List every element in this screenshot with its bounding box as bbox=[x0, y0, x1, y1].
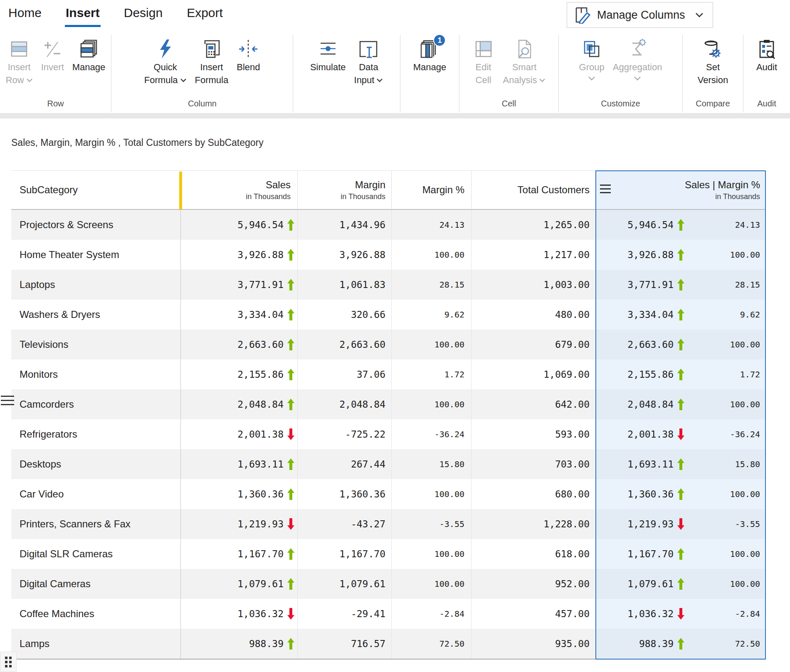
cell-sales-margin-pct-selected[interactable]: 2,001.38-36.24 bbox=[595, 419, 766, 449]
cell-total-customers[interactable]: 457.00 bbox=[472, 599, 595, 629]
tab-insert[interactable]: Insert bbox=[65, 3, 101, 27]
cell-subcategory[interactable]: Coffee Machines bbox=[11, 599, 181, 629]
cell-sales-margin-pct-selected[interactable]: 3,926.88100.00 bbox=[595, 240, 766, 270]
cell-total-customers[interactable]: 1,265.00 bbox=[472, 210, 595, 240]
cell-sales[interactable]: 2,663.60 bbox=[181, 330, 298, 359]
cell-margin-pct[interactable]: 100.00 bbox=[392, 479, 472, 509]
cell-subcategory[interactable]: Home Theater System bbox=[11, 240, 181, 270]
tab-home[interactable]: Home bbox=[7, 3, 42, 27]
set-version-button[interactable]: Set Version bbox=[694, 36, 732, 88]
cell-sales[interactable]: 1,079.61 bbox=[181, 569, 298, 599]
cell-sales[interactable]: 5,946.54 bbox=[181, 210, 298, 240]
column-header-subcategory[interactable]: SubCategory bbox=[11, 171, 181, 209]
cell-sales-margin-pct-selected[interactable]: 988.3972.50 bbox=[595, 629, 766, 659]
cell-total-customers[interactable]: 480.00 bbox=[472, 300, 595, 330]
cell-sales[interactable]: 988.39 bbox=[181, 629, 298, 659]
cell-margin[interactable]: 1,434.96 bbox=[298, 210, 392, 240]
cell-margin-pct[interactable]: 100.00 bbox=[392, 389, 472, 419]
cell-subcategory[interactable]: Camcorders bbox=[11, 389, 181, 419]
cell-margin[interactable]: 2,048.84 bbox=[298, 389, 392, 419]
cell-margin[interactable]: 3,926.88 bbox=[298, 240, 392, 270]
cell-margin-pct[interactable]: -2.84 bbox=[392, 599, 472, 629]
cell-sales-margin-pct-selected[interactable]: 2,155.861.72 bbox=[595, 359, 766, 389]
cell-total-customers[interactable]: 618.00 bbox=[472, 539, 595, 569]
cell-total-customers[interactable]: 593.00 bbox=[472, 419, 595, 449]
cell-subcategory[interactable]: Washers & Dryers bbox=[11, 300, 181, 330]
cell-margin[interactable]: -725.22 bbox=[298, 419, 392, 449]
cell-margin[interactable]: 267.44 bbox=[298, 449, 392, 479]
data-input-button[interactable]: Data Input bbox=[350, 36, 388, 88]
cell-margin[interactable]: -29.41 bbox=[298, 599, 392, 629]
row-menu-icon[interactable] bbox=[1, 396, 14, 405]
cell-margin-pct[interactable]: 100.00 bbox=[392, 539, 472, 569]
manage-columns-badged-button[interactable]: 1 Manage bbox=[409, 36, 451, 75]
cell-sales[interactable]: 1,167.70 bbox=[181, 539, 298, 569]
cell-margin-pct[interactable]: 100.00 bbox=[392, 569, 472, 599]
cell-sales-margin-pct-selected[interactable]: 1,036.32-2.84 bbox=[595, 599, 766, 629]
cell-total-customers[interactable]: 1,217.00 bbox=[472, 240, 595, 270]
cell-total-customers[interactable]: 1,003.00 bbox=[472, 270, 595, 300]
cell-sales[interactable]: 3,771.91 bbox=[181, 270, 298, 300]
cell-sales-margin-pct-selected[interactable]: 3,771.9128.15 bbox=[595, 270, 766, 300]
column-header-sales-margin-pct-selected[interactable]: Sales | Margin % in Thousands bbox=[595, 171, 766, 209]
cell-sales[interactable]: 1,360.36 bbox=[181, 479, 298, 509]
cell-total-customers[interactable]: 703.00 bbox=[472, 449, 595, 479]
cell-sales[interactable]: 1,036.32 bbox=[181, 599, 298, 629]
cell-subcategory[interactable]: Desktops bbox=[11, 449, 181, 479]
cell-margin[interactable]: -43.27 bbox=[298, 509, 392, 539]
cell-total-customers[interactable]: 680.00 bbox=[472, 479, 595, 509]
column-menu-icon[interactable] bbox=[600, 185, 611, 193]
cell-sales[interactable]: 2,001.38 bbox=[181, 419, 298, 449]
cell-subcategory[interactable]: Laptops bbox=[11, 270, 181, 300]
blend-button[interactable]: Blend bbox=[232, 36, 264, 75]
cell-total-customers[interactable]: 1,069.00 bbox=[472, 359, 595, 389]
cell-margin[interactable]: 1,061.83 bbox=[298, 270, 392, 300]
cell-margin[interactable]: 716.57 bbox=[298, 629, 392, 659]
cell-sales[interactable]: 3,334.04 bbox=[181, 300, 298, 330]
visual-drag-handle[interactable] bbox=[0, 652, 17, 672]
cell-margin[interactable]: 1,167.70 bbox=[298, 539, 392, 569]
column-header-total-customers[interactable]: Total Customers bbox=[472, 171, 595, 209]
cell-margin-pct[interactable]: 28.15 bbox=[392, 270, 472, 300]
tab-export[interactable]: Export bbox=[186, 3, 224, 27]
cell-margin-pct[interactable]: -3.55 bbox=[392, 509, 472, 539]
cell-total-customers[interactable]: 642.00 bbox=[472, 389, 595, 419]
cell-margin[interactable]: 320.66 bbox=[298, 300, 392, 330]
cell-total-customers[interactable]: 1,228.00 bbox=[472, 509, 595, 539]
cell-margin-pct[interactable]: 100.00 bbox=[392, 240, 472, 270]
column-resize-marker[interactable] bbox=[179, 172, 182, 209]
tab-design[interactable]: Design bbox=[123, 3, 163, 27]
cell-subcategory[interactable]: Lamps bbox=[11, 629, 181, 659]
cell-subcategory[interactable]: Digital Cameras bbox=[11, 569, 181, 599]
cell-subcategory[interactable]: Printers, Scanners & Fax bbox=[11, 509, 181, 539]
cell-sales-margin-pct-selected[interactable]: 3,334.049.62 bbox=[595, 300, 766, 330]
cell-margin[interactable]: 37.06 bbox=[298, 359, 392, 389]
cell-total-customers[interactable]: 935.00 bbox=[472, 629, 595, 659]
cell-sales[interactable]: 1,219.93 bbox=[181, 509, 298, 539]
cell-sales-margin-pct-selected[interactable]: 1,360.36100.00 bbox=[595, 479, 766, 509]
manage-columns-button[interactable]: Manage Columns bbox=[567, 2, 713, 28]
column-header-margin-pct[interactable]: Margin % bbox=[392, 171, 472, 209]
cell-sales-margin-pct-selected[interactable]: 2,663.60100.00 bbox=[595, 330, 766, 359]
cell-sales[interactable]: 2,048.84 bbox=[181, 389, 298, 419]
cell-total-customers[interactable]: 679.00 bbox=[472, 330, 595, 359]
column-header-margin[interactable]: Margin in Thousands bbox=[298, 171, 392, 209]
cell-sales-margin-pct-selected[interactable]: 1,693.1115.80 bbox=[595, 449, 766, 479]
audit-button[interactable]: Audit bbox=[751, 36, 782, 75]
cell-margin-pct[interactable]: 72.50 bbox=[392, 629, 472, 659]
cell-subcategory[interactable]: Projectors & Screens bbox=[11, 210, 181, 240]
cell-subcategory[interactable]: Monitors bbox=[11, 359, 181, 389]
cell-subcategory[interactable]: Refrigerators bbox=[11, 419, 181, 449]
insert-formula-button[interactable]: Insert Formula bbox=[191, 36, 233, 88]
cell-subcategory[interactable]: Televisions bbox=[11, 330, 181, 359]
cell-sales[interactable]: 3,926.88 bbox=[181, 240, 298, 270]
cell-margin-pct[interactable]: 100.00 bbox=[392, 330, 472, 359]
column-header-sales[interactable]: Sales in Thousands bbox=[181, 171, 298, 209]
cell-sales[interactable]: 2,155.86 bbox=[181, 359, 298, 389]
cell-margin[interactable]: 2,663.60 bbox=[298, 330, 392, 359]
cell-subcategory[interactable]: Digital SLR Cameras bbox=[11, 539, 181, 569]
cell-sales-margin-pct-selected[interactable]: 1,219.93-3.55 bbox=[595, 509, 766, 539]
cell-margin-pct[interactable]: -36.24 bbox=[392, 419, 472, 449]
manage-rows-button[interactable]: Manage bbox=[68, 36, 110, 75]
cell-total-customers[interactable]: 952.00 bbox=[472, 569, 595, 599]
